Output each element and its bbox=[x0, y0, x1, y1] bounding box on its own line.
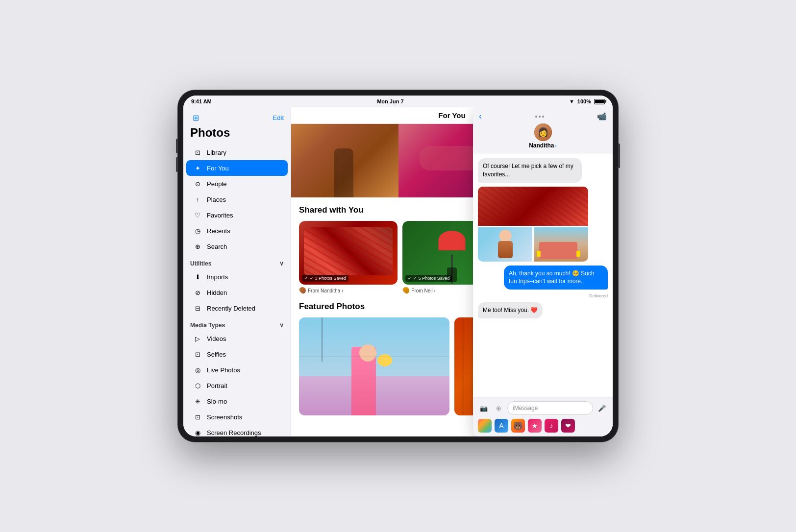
app-icon-music[interactable]: ♪ bbox=[545, 419, 558, 433]
messages-back-btn[interactable]: ‹ bbox=[479, 111, 482, 121]
camera-btn[interactable]: 📷 bbox=[478, 402, 490, 414]
sidebar-item-recently-deleted[interactable]: ⊟ Recently Deleted bbox=[186, 300, 288, 316]
top-photo-1 bbox=[291, 124, 398, 197]
sidebar-edit-btn[interactable]: Edit bbox=[273, 114, 284, 121]
ipad-screen: 9:41 AM Mon Jun 7 ▼ 100% ⊞ Edit Photos bbox=[183, 96, 613, 436]
sidebar: ⊞ Edit Photos ⊡ Library ✦ For You ⊙ Peop bbox=[183, 107, 291, 436]
volume-down-btn[interactable] bbox=[176, 157, 177, 172]
status-date: Mon Jun 7 bbox=[377, 98, 403, 104]
photo-collage bbox=[478, 187, 588, 262]
messages-overlay: ‹ 📹 👩 Nanditha bbox=[473, 107, 613, 436]
app-icon-stickers[interactable]: ★ bbox=[528, 419, 542, 433]
message-bubble-sent-1: Ah, thank you so much! 🥺 Such fun trips–… bbox=[504, 266, 608, 290]
people-icon: ⊙ bbox=[193, 179, 202, 188]
input-row: 📷 ⊕ iMessage 🎤 bbox=[478, 401, 608, 415]
sidebar-item-recents[interactable]: ◷ Recents bbox=[186, 223, 288, 239]
battery-icon bbox=[594, 99, 605, 104]
sidebar-item-screenshots[interactable]: ⊡ Screenshots bbox=[186, 409, 288, 425]
power-btn[interactable] bbox=[619, 144, 620, 168]
recently-deleted-icon: ⊟ bbox=[193, 304, 202, 313]
utilities-chevron-icon: ∨ bbox=[279, 260, 284, 267]
sidebar-title: Photos bbox=[183, 126, 291, 145]
favorites-icon: ♡ bbox=[193, 211, 202, 219]
shared-badge-1: ✓ ✓ 3 Photos Saved bbox=[302, 275, 348, 282]
app-icon-heart[interactable]: ❤ bbox=[561, 419, 575, 433]
shared-photo-1: ✓ ✓ 3 Photos Saved bbox=[299, 221, 398, 285]
selfies-icon: ⊡ bbox=[193, 350, 202, 359]
contact-avatar: 👩 bbox=[534, 123, 552, 141]
contact-name: Nanditha bbox=[529, 142, 554, 149]
search-icon: ⊕ bbox=[193, 242, 202, 251]
message-delivered-label: Delivered bbox=[589, 293, 608, 298]
shared-badge-2: ✓ ✓ 5 Photos Saved bbox=[405, 275, 452, 282]
appstore-btn[interactable]: ⊕ bbox=[493, 402, 504, 414]
sidebar-header: ⊞ Edit bbox=[183, 112, 291, 126]
library-icon: ⊡ bbox=[193, 148, 202, 157]
recents-icon: ◷ bbox=[193, 226, 202, 235]
battery-percent: 100% bbox=[577, 98, 591, 104]
message-bubble-received-2: Me too! Miss you. ❤️ bbox=[478, 302, 543, 318]
messages-header-top: ‹ 📹 bbox=[479, 111, 607, 121]
app-icon-appstore[interactable]: A bbox=[495, 419, 508, 433]
contact-chevron: › bbox=[555, 143, 557, 148]
message-bubble-received-1: Of course! Let me pick a few of my favor… bbox=[478, 158, 582, 183]
sidebar-item-screen-recordings[interactable]: ◉ Screen Recordings bbox=[186, 425, 288, 436]
status-right: ▼ 100% bbox=[569, 98, 605, 104]
sidebar-item-selfies[interactable]: ⊡ Selfies bbox=[186, 346, 288, 362]
slo-mo-icon: ✳ bbox=[193, 397, 202, 406]
media-types-chevron-icon: ∨ bbox=[279, 322, 284, 329]
media-types-section-header: Media Types ∨ bbox=[183, 316, 291, 331]
app-icon-memoji[interactable]: 🐻 bbox=[511, 419, 525, 433]
messages-header: ‹ 📹 👩 Nanditha bbox=[473, 107, 613, 153]
app-content: ⊞ Edit Photos ⊡ Library ✦ For You ⊙ Peop bbox=[183, 107, 613, 436]
hidden-icon: ⊘ bbox=[193, 288, 202, 297]
from-badge-1: From Nanditha › bbox=[299, 287, 398, 294]
sidebar-item-library[interactable]: ⊡ Library bbox=[186, 145, 288, 160]
messages-header-dots bbox=[535, 116, 544, 118]
sidebar-item-people[interactable]: ⊙ People bbox=[186, 176, 288, 192]
sidebar-item-favorites[interactable]: ♡ Favorites bbox=[186, 207, 288, 223]
message-input-field[interactable]: iMessage bbox=[507, 401, 593, 415]
ipad-frame: 9:41 AM Mon Jun 7 ▼ 100% ⊞ Edit Photos bbox=[177, 90, 619, 442]
sidebar-item-search[interactable]: ⊕ Search bbox=[186, 239, 288, 254]
apps-row: A 🐻 ★ ♪ ❤ bbox=[478, 419, 608, 433]
sidebar-item-hidden[interactable]: ⊘ Hidden bbox=[186, 285, 288, 300]
messages-video-btn[interactable]: 📹 bbox=[597, 112, 607, 121]
portrait-icon: ⬡ bbox=[193, 381, 202, 390]
status-bar: 9:41 AM Mon Jun 7 ▼ 100% bbox=[183, 96, 613, 107]
status-time: 9:41 AM bbox=[191, 98, 212, 104]
sidebar-item-places[interactable]: ↑ Places bbox=[186, 192, 288, 207]
volume-up-btn[interactable] bbox=[176, 139, 177, 153]
for-you-title: For You bbox=[438, 111, 465, 120]
videos-icon: ▷ bbox=[193, 334, 202, 343]
screenshots-icon: ⊡ bbox=[193, 412, 202, 421]
screen-recordings-icon: ◉ bbox=[193, 428, 202, 436]
sidebar-item-portrait[interactable]: ⬡ Portrait bbox=[186, 378, 288, 393]
app-icon-photos[interactable] bbox=[478, 419, 492, 433]
imports-icon: ⬇ bbox=[193, 272, 202, 281]
sidebar-item-videos[interactable]: ▷ Videos bbox=[186, 331, 288, 346]
for-you-icon: ✦ bbox=[193, 164, 202, 172]
sidebar-item-imports[interactable]: ⬇ Imports bbox=[186, 269, 288, 285]
live-photos-icon: ◎ bbox=[193, 365, 202, 374]
places-icon: ↑ bbox=[193, 195, 202, 204]
messages-input-bar: 📷 ⊕ iMessage 🎤 A 🐻 ★ ♪ bbox=[473, 397, 613, 436]
sidebar-toggle-icon[interactable]: ⊞ bbox=[190, 112, 201, 123]
sidebar-item-slo-mo[interactable]: ✳ Slo-mo bbox=[186, 393, 288, 409]
sidebar-item-live-photos[interactable]: ◎ Live Photos bbox=[186, 362, 288, 378]
sidebar-item-for-you[interactable]: ✦ For You bbox=[186, 160, 288, 176]
shared-item-1[interactable]: ✓ ✓ 3 Photos Saved From Nanditha › bbox=[299, 221, 398, 294]
wifi-icon: ▼ bbox=[569, 98, 574, 104]
utilities-section-header: Utilities ∨ bbox=[183, 254, 291, 269]
messages-body: Of course! Let me pick a few of my favor… bbox=[473, 153, 613, 397]
main-content: For You bbox=[291, 107, 613, 436]
featured-photo-1 bbox=[299, 317, 449, 415]
mic-btn[interactable]: 🎤 bbox=[596, 402, 608, 414]
